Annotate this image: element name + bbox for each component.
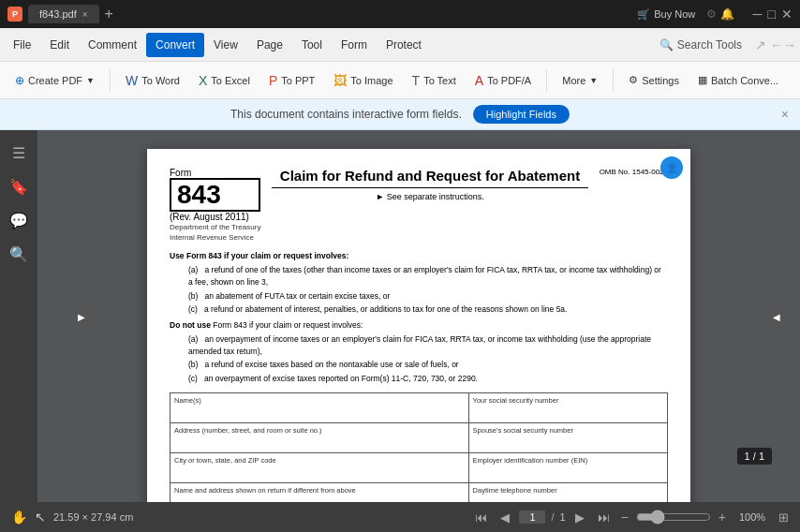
settings-label: Settings xyxy=(642,75,679,86)
ein-label: Employer identification number (EIN) xyxy=(473,456,663,465)
last-page-button[interactable]: ⏭ xyxy=(594,509,614,526)
first-page-button[interactable]: ⏮ xyxy=(471,509,491,526)
nav-forward-icon[interactable]: → xyxy=(783,37,796,52)
buy-now-button[interactable]: 🛒 Buy Now xyxy=(637,8,695,21)
to-ppt-label: To PPT xyxy=(281,75,315,86)
to-text-button[interactable]: T To Text xyxy=(405,68,464,93)
create-pdf-label: Create PDF xyxy=(28,75,82,86)
donot-item-a: (a) an overpayment of income taxes or an… xyxy=(188,333,668,358)
address-input[interactable] xyxy=(174,435,465,450)
tab-name: f843.pdf xyxy=(39,8,77,20)
donot-heading: Do not use Form 843 if your claim or req… xyxy=(170,319,668,332)
menu-tool[interactable]: Tool xyxy=(292,33,332,57)
page-number-input[interactable] xyxy=(519,510,545,524)
notification-bar: This document contains interactive form … xyxy=(0,99,800,130)
file-tab[interactable]: f843.pdf × xyxy=(28,5,99,23)
phone-cell: Daytime telephone number xyxy=(468,482,667,502)
sidebar-search-icon[interactable]: 🔍 xyxy=(4,239,34,269)
notify-close-button[interactable]: × xyxy=(781,107,789,122)
menu-view[interactable]: View xyxy=(204,33,247,57)
instructions-section: Use Form 843 if your claim or request in… xyxy=(170,250,668,385)
minimize-icon[interactable]: ─ xyxy=(753,7,763,22)
batch-convert-button[interactable]: ▦ Batch Conve... xyxy=(690,69,786,91)
external-link-icon[interactable]: ↗ xyxy=(755,37,766,52)
to-pdfa-button[interactable]: A To PDF/A xyxy=(467,68,539,93)
form-fields-table: Name(s) Your social security number Addr… xyxy=(170,392,668,502)
donot-item-b: (b) a refund of excise taxes based on th… xyxy=(188,359,668,371)
settings-button[interactable]: ⚙ Settings xyxy=(621,69,687,91)
to-image-button[interactable]: 🖼 To Image xyxy=(326,68,400,93)
use-item-c: (c) a refund or abatement of interest, p… xyxy=(188,303,668,316)
fit-page-button[interactable]: ⊞ xyxy=(778,510,789,525)
zoom-slider[interactable] xyxy=(636,510,711,525)
name-input[interactable] xyxy=(174,405,465,420)
use-heading: Use Form 843 if your claim or request in… xyxy=(170,250,668,262)
to-ppt-button[interactable]: P To PPT xyxy=(261,68,322,93)
menu-protect[interactable]: Protect xyxy=(377,33,431,57)
right-panel-collapse-button[interactable]: ◀ xyxy=(770,305,783,327)
omb-section: OMB No. 1545-0024 xyxy=(600,168,668,176)
create-pdf-icon: ⊕ xyxy=(15,74,24,87)
ein-cell: Employer identification number (EIN) xyxy=(468,452,667,482)
sidebar-comments-icon[interactable]: 💬 xyxy=(4,205,34,235)
image-icon: 🖼 xyxy=(333,73,347,88)
menu-comment[interactable]: Comment xyxy=(79,33,146,57)
to-excel-label: To Excel xyxy=(211,75,250,86)
spouse-ssn-input[interactable] xyxy=(473,435,663,450)
city-input[interactable] xyxy=(174,465,465,480)
name-label: Name(s) xyxy=(174,396,465,405)
to-excel-button[interactable]: X To Excel xyxy=(191,68,258,93)
nav-back-icon[interactable]: ← xyxy=(770,37,783,52)
prev-page-button[interactable]: ◀ xyxy=(496,509,513,526)
table-row-name-ssn: Name(s) Your social security number xyxy=(170,392,668,422)
toolbar-divider-2 xyxy=(546,69,547,92)
left-panel-collapse-button[interactable]: ▶ xyxy=(75,305,88,327)
menu-edit[interactable]: Edit xyxy=(40,33,79,57)
create-pdf-button[interactable]: ⊕ Create PDF ▼ xyxy=(7,69,102,92)
phone-input[interactable] xyxy=(473,495,663,502)
zoom-out-button[interactable]: − xyxy=(621,510,629,525)
ssn-input[interactable] xyxy=(473,405,663,420)
create-pdf-dropdown-icon[interactable]: ▼ xyxy=(86,76,95,85)
add-tab-button[interactable]: + xyxy=(105,6,113,22)
table-row-name-phone: Name and address shown on return if diff… xyxy=(170,482,668,502)
ppt-icon: P xyxy=(269,73,277,88)
next-page-button[interactable]: ▶ xyxy=(571,509,588,526)
see-instructions: ► See separate instructions. xyxy=(272,192,587,201)
name-return-input[interactable] xyxy=(174,495,465,502)
sidebar-bookmarks-icon[interactable]: 🔖 xyxy=(4,171,34,201)
text-icon: T xyxy=(412,73,421,88)
form-title: Claim for Refund and Request for Abateme… xyxy=(272,168,587,188)
form-rev: (Rev. August 2011) xyxy=(170,212,260,222)
menu-convert[interactable]: Convert xyxy=(146,33,204,57)
close-tab-icon[interactable]: × xyxy=(82,9,88,20)
maximize-icon[interactable]: □ xyxy=(768,7,776,22)
name-return-cell: Name and address shown on return if diff… xyxy=(170,482,469,502)
title-bar: P f843.pdf × + 🛒 Buy Now ⚙ 🔔 ─ □ ✕ xyxy=(0,0,800,28)
toolbar-divider-1 xyxy=(110,69,111,92)
dept-info: Department of the Treasury Internal Reve… xyxy=(170,222,260,243)
ein-input[interactable] xyxy=(473,465,663,480)
sidebar-thumbnails-icon[interactable]: ☰ xyxy=(4,138,34,168)
close-icon[interactable]: ✕ xyxy=(781,7,793,22)
window-controls: ─ □ ✕ xyxy=(753,7,793,22)
form-header: Form 843 (Rev. August 2011) Department o… xyxy=(170,168,668,243)
menu-file[interactable]: File xyxy=(4,33,40,57)
bottom-bar: ✋ ↖ 21.59 × 27.94 cm ⏮ ◀ / 1 ▶ ⏭ − + 100… xyxy=(0,502,800,532)
menu-form[interactable]: Form xyxy=(332,33,377,57)
to-word-button[interactable]: W To Word xyxy=(118,68,187,93)
excel-icon: X xyxy=(199,73,207,88)
search-tools-button[interactable]: 🔍 Search Tools xyxy=(650,35,751,55)
address-field-cell: Address (number, street, and room or sui… xyxy=(170,422,469,452)
ssn-label: Your social security number xyxy=(473,396,663,405)
bottom-right: − + 100% ⊞ xyxy=(621,510,789,525)
more-button[interactable]: More ▼ xyxy=(555,70,605,91)
menu-page[interactable]: Page xyxy=(247,33,292,57)
zoom-in-button[interactable]: + xyxy=(719,510,726,525)
table-row-address-spouse: Address (number, street, and room or sui… xyxy=(170,422,668,452)
cursor-tool-button[interactable]: ✋ xyxy=(11,510,27,525)
highlight-fields-button[interactable]: Highlight Fields xyxy=(473,105,570,124)
dimensions-label: 21.59 × 27.94 cm xyxy=(53,511,133,523)
page-total: 1 xyxy=(560,511,566,523)
select-tool-button[interactable]: ↖ xyxy=(35,510,46,525)
